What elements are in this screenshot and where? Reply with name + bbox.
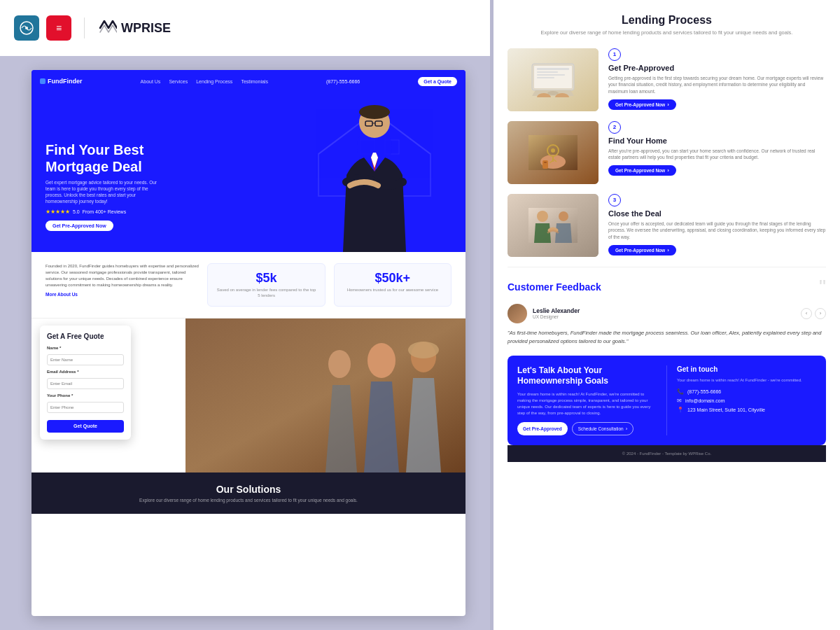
step-desc-1: Getting pre-approved is the first step t… bbox=[608, 75, 826, 95]
feedback-title: Customer Feedback bbox=[507, 281, 601, 293]
svg-rect-31 bbox=[542, 160, 548, 169]
svg-rect-20 bbox=[537, 77, 554, 78]
hero-cta-button[interactable]: Get Pre-Approved Now bbox=[46, 220, 113, 231]
phone-icon: 📞 bbox=[677, 388, 684, 395]
feedback-header: Customer Feedback " bbox=[507, 277, 826, 297]
step-number-2: 2 bbox=[608, 121, 621, 134]
phone-input[interactable] bbox=[47, 402, 124, 413]
contact-email-item: ✉ info@domain.com bbox=[677, 398, 816, 404]
svg-rect-19 bbox=[537, 74, 565, 76]
hero-title: Find Your Best Mortgage Deal bbox=[46, 141, 186, 175]
solutions-subtitle: Explore our diverse range of home lendin… bbox=[46, 498, 451, 503]
brand-name: WPRISE bbox=[121, 21, 171, 36]
cta-primary-button[interactable]: Get Pre-Approved bbox=[517, 422, 568, 435]
elementor-icon[interactable]: ≡ bbox=[46, 15, 71, 41]
hero-content: Find Your Best Mortgage Deal Get expert … bbox=[46, 141, 186, 231]
phone-label: Your Phone * bbox=[47, 393, 124, 398]
process-content-3: 3 Close the Deal Once your offer is acce… bbox=[608, 194, 826, 255]
laptop-photo bbox=[507, 48, 598, 111]
quote-form: Get A Free Quote Name * Email Address * … bbox=[40, 326, 131, 440]
site-logo: FundFinder bbox=[40, 78, 83, 85]
svg-rect-17 bbox=[537, 68, 569, 70]
step-cta-2[interactable]: Get Pre-Approved Now › bbox=[608, 165, 676, 176]
rating-label: From 400+ Reviews bbox=[83, 209, 126, 214]
feedback-section: Customer Feedback " Leslie Alexander UX … bbox=[507, 277, 826, 346]
stat-value-1: $5k bbox=[215, 271, 317, 286]
contact-address-item: 📍 123 Main Street, Suite 101, Cityville bbox=[677, 407, 816, 413]
contact-title: Get in touch bbox=[677, 365, 816, 373]
step-desc-2: After you're pre-approved, you can start… bbox=[608, 148, 826, 162]
name-field: Name * bbox=[47, 346, 124, 365]
nav-cta-button[interactable]: Get a Quote bbox=[418, 77, 457, 86]
step-cta-3[interactable]: Get Pre-Approved Now › bbox=[608, 245, 676, 255]
cta-right: Get in touch Your dream home is within r… bbox=[666, 365, 816, 435]
svg-rect-18 bbox=[537, 71, 558, 73]
stat-label-2: Homeowners trusted us for our awesome se… bbox=[342, 288, 444, 293]
quote-icon: " bbox=[819, 277, 826, 297]
cta-secondary-button[interactable]: Schedule Consultation › bbox=[572, 422, 634, 435]
star-icons: ★★★★★ bbox=[46, 209, 70, 215]
prev-review-button[interactable]: ‹ bbox=[801, 308, 812, 319]
nav-testimonials[interactable]: Testimonials bbox=[241, 79, 268, 84]
phone-field: Your Phone * bbox=[47, 393, 124, 413]
website-preview: FundFinder About Us Services Lending Pro… bbox=[31, 70, 465, 616]
wprise-logo: WPRISE bbox=[97, 18, 171, 38]
cta-description: Your dream home is within reach! At Fund… bbox=[517, 391, 657, 416]
process-step-2: 2 Find Your Home After you're pre-approv… bbox=[507, 121, 826, 184]
svg-point-9 bbox=[359, 105, 390, 119]
contact-phone-item: 📞 (877)-555-6666 bbox=[677, 388, 816, 395]
process-step-3: 3 Close the Deal Once your offer is acce… bbox=[507, 194, 826, 257]
hero-nav: FundFinder About Us Services Lending Pro… bbox=[31, 70, 465, 92]
next-review-button[interactable]: › bbox=[815, 308, 826, 319]
feedback-navigation: ‹ › bbox=[801, 308, 826, 319]
nav-about[interactable]: About Us bbox=[141, 79, 161, 84]
svg-point-35 bbox=[559, 211, 568, 221]
lending-title: Lending Process bbox=[507, 14, 826, 27]
process-img-1 bbox=[507, 48, 598, 111]
nav-services[interactable]: Services bbox=[169, 79, 188, 84]
more-about-link[interactable]: More About Us bbox=[46, 291, 199, 298]
hero-subtitle: Get expert mortgage advice tailored to y… bbox=[46, 179, 164, 204]
svg-point-34 bbox=[537, 211, 548, 222]
nav-lending[interactable]: Lending Process bbox=[196, 79, 232, 84]
contact-phone: (877)-555-6666 bbox=[687, 389, 721, 394]
location-icon: 📍 bbox=[677, 407, 684, 413]
left-panel: FundFinder About Us Services Lending Pro… bbox=[0, 56, 490, 630]
email-icon: ✉ bbox=[677, 398, 682, 404]
svg-point-14 bbox=[408, 342, 439, 358]
name-input[interactable] bbox=[47, 354, 124, 365]
cta-left: Let's Talk About Your Homeownership Goal… bbox=[517, 365, 657, 435]
handshake-photo bbox=[507, 194, 598, 257]
contact-email: info@domain.com bbox=[685, 398, 725, 403]
testimonial-text: "As first-time homebuyers, FundFinder ma… bbox=[507, 329, 826, 346]
chevron-right-icon: › bbox=[626, 426, 628, 432]
email-input[interactable] bbox=[47, 378, 124, 389]
stat-label-1: Saved on average in lender fees compared… bbox=[215, 288, 317, 299]
toolbar: ≡ WPRISE bbox=[0, 0, 490, 56]
step-title-1: Get Pre-Approved bbox=[608, 64, 826, 72]
step-cta-1[interactable]: Get Pre-Approved Now › bbox=[608, 99, 676, 110]
stats-section: Founded in 2020, FundFinder guides homeb… bbox=[31, 252, 465, 318]
quote-submit-button[interactable]: Get Quote bbox=[47, 420, 124, 433]
svg-point-1 bbox=[25, 27, 28, 29]
quote-section: Get A Free Quote Name * Email Address * … bbox=[31, 318, 465, 472]
keys-photo bbox=[507, 121, 598, 184]
name-label: Name * bbox=[47, 346, 124, 350]
lending-subtitle: Explore our diverse range of home lendin… bbox=[507, 29, 826, 37]
reviewer-details: Leslie Alexander UX Designer bbox=[533, 307, 580, 319]
step-title-2: Find Your Home bbox=[608, 136, 826, 145]
process-img-2 bbox=[507, 121, 598, 184]
company-description: Founded in 2020, FundFinder guides homeb… bbox=[46, 263, 199, 307]
hero-section: FundFinder About Us Services Lending Pro… bbox=[31, 70, 465, 252]
cta-title: Let's Talk About Your Homeownership Goal… bbox=[517, 365, 657, 387]
reviewer-info: Leslie Alexander UX Designer ‹ › bbox=[507, 304, 826, 323]
step-title-3: Close the Deal bbox=[608, 209, 826, 218]
wordpress-icon[interactable] bbox=[14, 15, 39, 41]
right-panel: Lending Process Explore our diverse rang… bbox=[493, 0, 840, 630]
email-label: Email Address * bbox=[47, 370, 124, 374]
nav-phone: (877)-555-6666 bbox=[326, 79, 360, 84]
hero-rating: ★★★★★ 5.0 From 400+ Reviews bbox=[46, 209, 186, 215]
footer-text: © 2024 - FundFinder - Template by WPRise… bbox=[622, 451, 711, 456]
reviewer-avatar bbox=[507, 304, 527, 323]
stat-card-homeowners: $50k+ Homeowners trusted us for our awes… bbox=[334, 263, 451, 307]
